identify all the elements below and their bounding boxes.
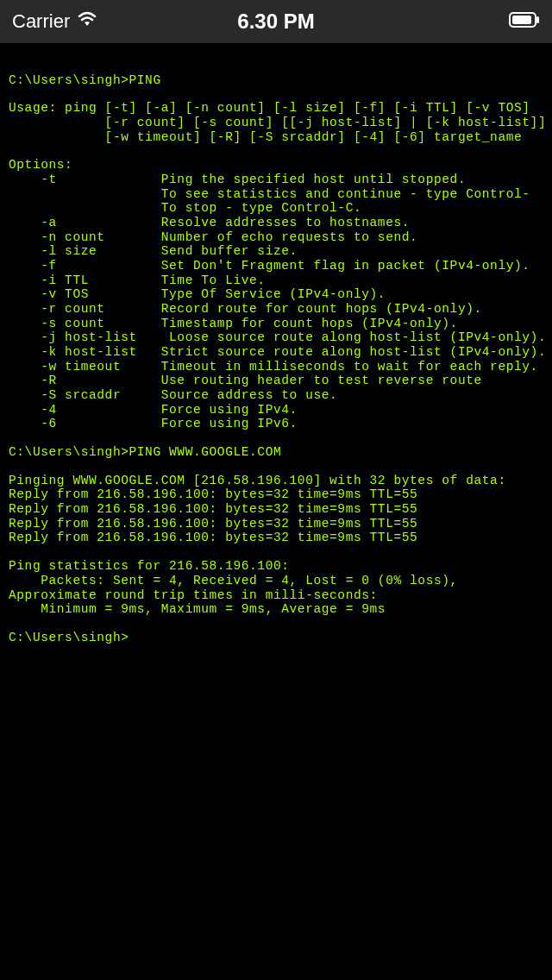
terminal-line: Reply from 216.58.196.100: bytes=32 time… bbox=[9, 487, 543, 502]
terminal-line: [-w timeout] [-R] [-S srcaddr] [-4] [-6]… bbox=[9, 130, 543, 145]
terminal-line: -4 Force using IPv4. bbox=[9, 403, 543, 418]
terminal-line: -s count Timestamp for count hops (IPv4-… bbox=[9, 317, 543, 331]
terminal-line: Packets: Sent = 4, Received = 4, Lost = … bbox=[9, 574, 543, 588]
terminal-line: C:\Users\singh>PING bbox=[9, 73, 543, 88]
terminal-line: -a Resolve addresses to hostnames. bbox=[9, 216, 543, 230]
terminal-line: Approximate round trip times in milli-se… bbox=[9, 588, 543, 603]
svg-rect-1 bbox=[512, 16, 531, 24]
terminal-line: -v TOS Type Of Service (IPv4-only). bbox=[9, 287, 543, 302]
terminal-line: C:\Users\singh> bbox=[9, 631, 543, 645]
terminal-line bbox=[9, 460, 543, 474]
terminal-line: Reply from 216.58.196.100: bytes=32 time… bbox=[9, 531, 543, 545]
terminal-line: -l size Send buffer size. bbox=[9, 244, 543, 259]
wifi-icon bbox=[77, 10, 97, 33]
terminal-line: To see statistics and continue - type Co… bbox=[9, 187, 543, 202]
battery-icon bbox=[509, 12, 540, 32]
terminal-line: Reply from 216.58.196.100: bytes=32 time… bbox=[9, 517, 543, 531]
terminal-line: -t Ping the specified host until stopped… bbox=[9, 173, 543, 187]
terminal-line: Minimum = 9ms, Maximum = 9ms, Average = … bbox=[9, 602, 543, 617]
terminal-line: [-r count] [-s count] [[-j host-list] | … bbox=[9, 116, 543, 130]
svg-rect-2 bbox=[536, 16, 539, 23]
terminal-line bbox=[9, 617, 543, 631]
terminal-line: Ping statistics for 216.58.196.100: bbox=[9, 559, 543, 574]
terminal-line: To stop - type Control-C. bbox=[9, 201, 543, 216]
status-bar: Carrier 6.30 PM bbox=[0, 0, 552, 43]
terminal-line: Options: bbox=[9, 158, 543, 173]
terminal-line bbox=[9, 545, 543, 559]
terminal-line: -w timeout Timeout in milliseconds to wa… bbox=[9, 360, 543, 374]
terminal-line: -r count Record route for count hops (IP… bbox=[9, 302, 543, 317]
terminal-line: C:\Users\singh>PING WWW.GOOGLE.COM bbox=[9, 445, 543, 460]
status-bar-time: 6.30 PM bbox=[237, 9, 314, 34]
terminal-line: -R Use routing header to test reverse ro… bbox=[9, 374, 543, 388]
status-bar-left: Carrier bbox=[12, 10, 97, 33]
terminal-line: Pinging WWW.GOOGLE.COM [216.58.196.100] … bbox=[9, 474, 543, 488]
terminal-line: -i TTL Time To Live. bbox=[9, 273, 543, 288]
terminal-line: -6 Force using IPv6. bbox=[9, 417, 543, 431]
terminal-output[interactable]: C:\Users\singh>PINGUsage: ping [-t] [-a]… bbox=[0, 43, 552, 661]
status-bar-right bbox=[509, 12, 540, 32]
terminal-line: -n count Number of echo requests to send… bbox=[9, 230, 543, 245]
terminal-line: Usage: ping [-t] [-a] [-n count] [-l siz… bbox=[9, 101, 543, 116]
terminal-line: -S srcaddr Source address to use. bbox=[9, 388, 543, 403]
terminal-line bbox=[9, 87, 543, 101]
terminal-line: -f Set Don't Fragment flag in packet (IP… bbox=[9, 259, 543, 273]
carrier-label: Carrier bbox=[12, 10, 70, 33]
terminal-line: -j host-list Loose source route along ho… bbox=[9, 330, 543, 345]
terminal-line bbox=[9, 144, 543, 158]
terminal-line: -k host-list Strict source route along h… bbox=[9, 345, 543, 360]
terminal-line: Reply from 216.58.196.100: bytes=32 time… bbox=[9, 502, 543, 517]
terminal-line bbox=[9, 431, 543, 445]
